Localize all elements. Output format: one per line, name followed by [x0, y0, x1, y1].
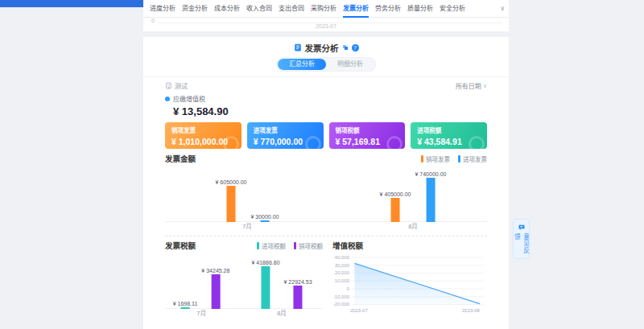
x-axis-label: 7月 [196, 309, 206, 319]
content-column: 进度分析资金分析成本分析收入合同支出合同采购分析发票分析劳务分析质量分析安全分析… [143, 0, 509, 329]
svg-text:20,000: 20,000 [335, 270, 350, 275]
card-watermark-icon [386, 136, 402, 149]
card-gap [143, 31, 509, 37]
card-watermark-icon [469, 136, 485, 149]
invoice-doc-icon [294, 43, 302, 51]
svg-text:30,000: 30,000 [335, 263, 350, 268]
feedback-widget[interactable]: 意见反馈 [513, 219, 530, 259]
help-icon[interactable]: ? [352, 44, 359, 51]
subtab-汇总分析[interactable]: 汇总分析 [278, 59, 326, 70]
summary-card-进项发票: 进项发票¥ 770,000.00 [247, 122, 324, 149]
summary-card-进项税额: 进项税额¥ 43,584.91 [411, 122, 487, 149]
legend-swatch-icon [257, 242, 259, 249]
bar-进项发票 [260, 220, 269, 222]
vat-amount-section: 增值税额 40,00030,00020,00010,0000-10,000-20… [332, 241, 487, 321]
bar-value-label: ¥ 405000.00 [380, 191, 411, 197]
invoice-amount-bar-chart: ¥ 605000.00¥ 30000.007月¥ 405000.00¥ 7400… [165, 164, 487, 232]
date-filter-dropdown[interactable]: 所有日期 ∨ [456, 81, 487, 90]
nav-tab-质量分析[interactable]: 质量分析 [407, 0, 433, 18]
invoice-amount-section: 发票金额 销项发票进项发票 ¥ 605000.00¥ 30000.007月¥ 4… [165, 154, 487, 232]
card-watermark-icon [305, 136, 321, 149]
legend-swatch-icon [458, 155, 460, 162]
section-title-vat-amount: 增值税额 [332, 240, 363, 251]
legend-item-销项税额[interactable]: 销项税额 [294, 241, 323, 250]
nav-tab-劳务分析[interactable]: 劳务分析 [375, 0, 401, 18]
bar-进项税额 [262, 266, 270, 309]
x-axis-label: 8月 [277, 309, 287, 319]
legend-label: 销项发票 [426, 154, 450, 163]
subtab-明细分析[interactable]: 明细分析 [326, 59, 374, 70]
svg-text:0: 0 [347, 286, 350, 291]
bar-value-label: ¥ 34245.28 [201, 268, 229, 273]
top-nav: 进度分析资金分析成本分析收入合同支出合同采购分析发票分析劳务分析质量分析安全分析… [143, 0, 509, 18]
remnant-y-zero: 0 [151, 18, 155, 23]
bar-进项发票 [426, 178, 435, 222]
legend-label: 销项税额 [299, 241, 323, 250]
nav-tab-支出合同[interactable]: 支出合同 [279, 0, 304, 18]
bar-销项发票 [226, 186, 235, 222]
x-axis-label: 8月 [408, 222, 418, 232]
nav-tab-收入合同[interactable]: 收入合同 [246, 0, 272, 18]
bar-进项税额 [181, 307, 190, 309]
filter-row: 测试 所有日期 ∨ [143, 77, 509, 90]
line-chart-svg: 40,00030,00020,00010,0000-10,000-20,0002… [332, 250, 487, 318]
bottom-charts-row: 发票税额 进项税额销项税额 ¥ 1698.11¥ 34245.287月¥ 418… [165, 241, 487, 321]
bar-group-8月: ¥ 405000.00¥ 740000.008月 [380, 171, 447, 232]
svg-text:2023-07: 2023-07 [350, 308, 368, 313]
legend-swatch-icon [294, 242, 296, 249]
svg-text:-20,000: -20,000 [333, 302, 350, 306]
panel-title-row: 发票分析 ? [143, 42, 509, 53]
legend-item-进项税额[interactable]: 进项税额 [257, 241, 286, 250]
layers-icon[interactable] [342, 44, 349, 51]
nav-tab-安全分析[interactable]: 安全分析 [440, 0, 465, 18]
metric-dot-icon [165, 97, 170, 101]
metric-label: 应缴增值税 [173, 94, 205, 103]
section-title-invoice-amount: 发票金额 [165, 153, 196, 164]
svg-text:40,000: 40,000 [335, 255, 350, 260]
card-label: 进项税额 [417, 125, 481, 134]
section-title-invoice-tax: 发票税额 [165, 240, 196, 251]
nav-tab-成本分析[interactable]: 成本分析 [214, 0, 240, 18]
bar-销项税额 [294, 286, 303, 309]
vat-payable-metric: 应缴增值税 ¥ 13,584.90 [143, 94, 509, 117]
card-label: 进项发票 [254, 125, 317, 134]
invoice-analysis-panel: 发票分析 ? 汇总分析明细分析 测试 所有日期 ∨ [143, 37, 509, 329]
date-filter-value: 所有日期 [456, 81, 481, 90]
project-selector[interactable]: 测试 [165, 81, 188, 90]
nav-tab-采购分析[interactable]: 采购分析 [311, 0, 336, 18]
bar-销项税额 [211, 274, 220, 309]
project-label: 测试 [175, 81, 188, 90]
bar-value-label: ¥ 740000.00 [415, 171, 447, 177]
svg-text:-10,000: -10,000 [333, 294, 350, 299]
legend-label: 进项税额 [262, 241, 286, 250]
nav-collapse-chevron-icon[interactable]: ∨ [500, 0, 505, 18]
card-label: 销项发票 [171, 125, 235, 134]
remnant-x-label: 2023-07 [143, 23, 509, 29]
legend-item-进项发票[interactable]: 进项发票 [458, 154, 487, 163]
card-watermark-icon [223, 136, 239, 149]
nav-tab-进度分析[interactable]: 进度分析 [150, 0, 175, 18]
x-axis-label: 7月 [242, 222, 252, 232]
invoice-tax-bar-chart: ¥ 1698.11¥ 34245.287月¥ 41886.80¥ 22924.5… [165, 251, 323, 319]
summary-cards: 销项发票¥ 1,010,000.00进项发票¥ 770,000.00销项税额¥ … [165, 122, 487, 149]
bar-value-label: ¥ 1698.11 [173, 301, 198, 306]
top-left-blue-strip [0, 0, 159, 7]
invoice-amount-legend: 销项发票进项发票 [421, 154, 487, 163]
summary-card-销项税额: 销项税额¥ 57,169.81 [329, 122, 406, 149]
invoice-tax-legend: 进项税额销项税额 [257, 241, 323, 250]
chevron-down-icon: ∨ [483, 83, 487, 89]
nav-tab-发票分析[interactable]: 发票分析 [343, 0, 369, 18]
bar-value-label: ¥ 41886.80 [251, 260, 279, 265]
svg-text:10,000: 10,000 [335, 278, 350, 283]
feedback-label: 意见反馈 [513, 233, 530, 258]
vat-amount-line-chart: 40,00030,00020,00010,0000-10,000-20,0002… [332, 250, 487, 321]
nav-tab-资金分析[interactable]: 资金分析 [182, 0, 208, 18]
summary-card-销项发票: 销项发票¥ 1,010,000.00 [165, 122, 242, 149]
nav-tabs: 进度分析资金分析成本分析收入合同支出合同采购分析发票分析劳务分析质量分析安全分析 [150, 0, 472, 18]
svg-text:2023-08: 2023-08 [462, 308, 480, 313]
bar-group-7月: ¥ 1698.11¥ 34245.287月 [173, 268, 230, 319]
legend-item-销项发票[interactable]: 销项发票 [421, 154, 450, 163]
invoice-tax-section: 发票税额 进项税额销项税额 ¥ 1698.11¥ 34245.287月¥ 418… [165, 241, 332, 321]
dashed-divider [165, 236, 487, 236]
bar-group-7月: ¥ 605000.00¥ 30000.007月 [216, 179, 279, 232]
